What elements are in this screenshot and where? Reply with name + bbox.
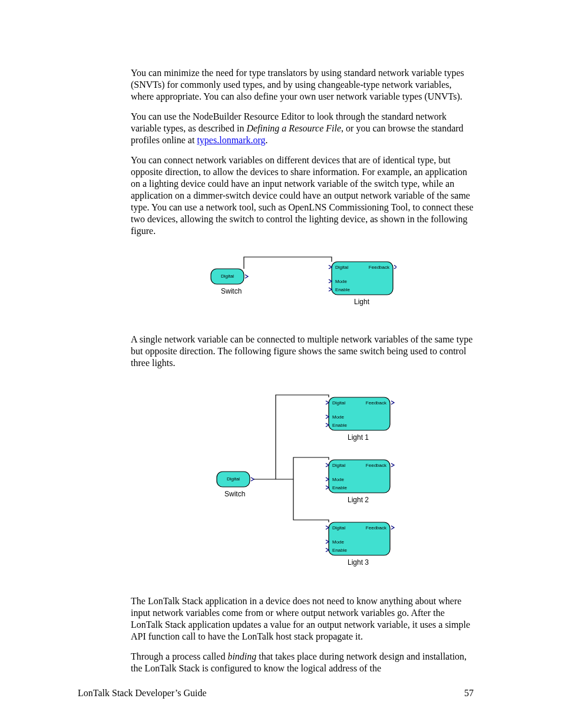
light-pin-feedback: Feedback: [369, 265, 390, 270]
light3-pin-digital: Digital: [332, 525, 345, 531]
paragraph-5: The LonTalk Stack application in a devic…: [131, 595, 474, 643]
light2-pin-enable: Enable: [332, 485, 347, 490]
light2-pin-feedback: Feedback: [366, 463, 387, 468]
paragraph-2: You can use the NodeBuilder Resource Edi…: [131, 111, 474, 146]
footer-page-number: 57: [464, 688, 474, 699]
light-pin-mode: Mode: [335, 279, 348, 284]
light-node-1: Digital Mode Enable Feedback Light 1: [326, 397, 394, 442]
paragraph-4: A single network variable can be connect…: [131, 334, 474, 369]
page-footer: LonTalk Stack Developer’s Guide 57: [78, 688, 474, 699]
light3-caption: Light 3: [348, 558, 369, 566]
light-enable-pin-icon: [329, 288, 332, 291]
wire-light3: [293, 479, 329, 522]
switch-output-pin-icon: [245, 275, 248, 278]
paragraph-6: Through a process called binding that ta…: [131, 651, 474, 674]
switch-caption: Switch: [221, 287, 242, 295]
light-caption: Light: [354, 298, 370, 306]
diagram-1: Digital Switch Digital Mode Enable Feedb…: [208, 251, 396, 316]
light2-pin-digital: Digital: [332, 463, 345, 468]
paragraph-1: You can minimize the need for type trans…: [131, 67, 474, 103]
p6-text-a: Through a process called: [131, 651, 227, 661]
p2-text-c: .: [266, 135, 268, 145]
types-lonmark-link[interactable]: types.lonmark.org: [197, 135, 265, 145]
light1-pin-mode: Mode: [332, 414, 345, 420]
light2-caption: Light 2: [348, 496, 369, 504]
diagram-1-wrap: Digital Switch Digital Mode Enable Feedb…: [131, 251, 474, 318]
wire-light1: [276, 395, 329, 479]
wire-light2: [293, 457, 329, 479]
light2-pin-mode: Mode: [332, 477, 345, 482]
switch-pin-digital: Digital: [227, 476, 240, 482]
light3-pin-enable: Enable: [332, 548, 347, 553]
light-node-3: Digital Mode Enable Feedback Light 3: [326, 522, 394, 566]
light1-pin-feedback: Feedback: [366, 400, 387, 406]
light1-pin-enable: Enable: [332, 423, 347, 428]
switch-caption: Switch: [224, 490, 245, 498]
switch-output-pin-icon: [251, 477, 254, 481]
p6-italic: binding: [227, 651, 256, 661]
p2-italic: Defining a Resource File: [246, 123, 341, 133]
paragraph-3: You can connect network variables on dif…: [131, 154, 474, 237]
light-feedback-pin-icon: [394, 265, 396, 269]
switch-pin-digital: Digital: [221, 274, 234, 279]
light-node-2: Digital Mode Enable Feedback Light 2: [326, 460, 394, 504]
light1-caption: Light 1: [348, 433, 369, 442]
wire-switch-light: [244, 257, 332, 269]
light3-pin-mode: Mode: [332, 539, 345, 545]
light1-pin-digital: Digital: [332, 400, 345, 406]
light-digital-pin-icon: [329, 265, 332, 269]
light-mode-pin-icon: [329, 279, 332, 283]
diagram-2: Digital Switch Digital Mode Enable Feedb…: [202, 383, 402, 578]
footer-title: LonTalk Stack Developer’s Guide: [78, 688, 207, 699]
diagram-2-wrap: Digital Switch Digital Mode Enable Feedb…: [131, 383, 474, 580]
light-pin-enable: Enable: [335, 287, 350, 292]
light3-pin-feedback: Feedback: [366, 525, 387, 531]
light-pin-digital: Digital: [335, 265, 348, 270]
